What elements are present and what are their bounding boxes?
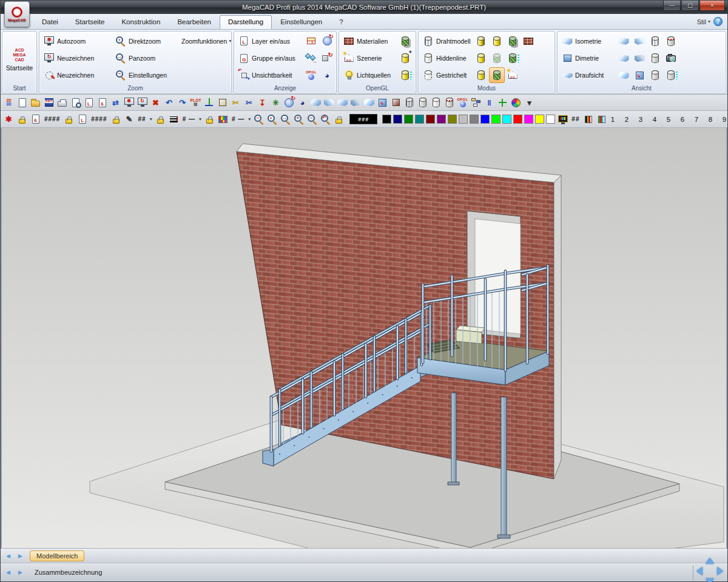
ribbon-button-gestrichelt[interactable]: Gestrichelt: [421, 67, 473, 83]
undo-button[interactable]: ↶: [163, 96, 175, 109]
ribbon-button-cylinder-dashred[interactable]: [663, 33, 679, 49]
layer-number-7[interactable]: 7: [692, 116, 700, 123]
ribbon-button-rotate-globe[interactable]: ↻: [319, 33, 335, 49]
color-swatch-808000[interactable]: [448, 115, 457, 124]
layer-number-5[interactable]: 5: [664, 116, 672, 123]
line-width-dropdown-chevron-icon[interactable]: ▾: [198, 116, 203, 122]
trim-blue-button[interactable]: ✂: [243, 96, 255, 109]
zoomfunktionen-dropdown[interactable]: Zoomfunktionen▾: [181, 38, 232, 45]
color-swatch-800080[interactable]: [437, 115, 446, 124]
refresh-view-button[interactable]: ↻: [136, 96, 149, 109]
help-icon[interactable]: ?: [713, 17, 723, 26]
ribbon-button-shaded-yellow[interactable]: [473, 33, 489, 49]
print-preview-button[interactable]: [69, 96, 82, 109]
ribbon-button-view-plane-arrow[interactable]: ↳: [632, 67, 647, 83]
ribbon-button-scene-light[interactable]: oo☀: [505, 67, 521, 83]
ribbon-button-view-box-d[interactable]: [632, 50, 647, 66]
layer-number-2[interactable]: 2: [622, 116, 630, 123]
ribbon-button-yellow-cylinder[interactable]: [473, 50, 489, 66]
group-page-button[interactable]: 6: [29, 113, 42, 126]
color-swatch-ffff00[interactable]: [535, 115, 544, 124]
color-swatch-00ffff[interactable]: [502, 115, 511, 124]
toggle-2d3d-button[interactable]: 2D3D: [2, 96, 15, 109]
color-palette-button[interactable]: [217, 113, 229, 126]
restore-button[interactable]: ▢: [681, 1, 699, 11]
ribbon-button-cylinder-wiretall[interactable]: [647, 33, 663, 49]
zoom-previous-button[interactable]: ↶: [319, 113, 332, 126]
viewport-3d-scene[interactable]: [1, 128, 727, 548]
ribbon-button-panzoom[interactable]: ↔Panzoom: [113, 50, 181, 66]
ribbon-button-textured-shadow[interactable]: [505, 33, 521, 49]
ribbon-button-opengl-ball[interactable]: OPGL: [303, 67, 319, 83]
ribbon-button-material-add[interactable]: +: [397, 50, 413, 66]
close-button[interactable]: ×: [699, 1, 725, 11]
color-wheel-button[interactable]: [510, 96, 522, 109]
cylinder-dashred-button[interactable]: [443, 96, 456, 109]
ribbon-button-cylinder-light2[interactable]: [647, 67, 663, 83]
cylinder-gray-button[interactable]: [416, 96, 429, 109]
ribbon-button-yellow-cylinder[interactable]: [473, 67, 489, 83]
ribbon-button-direktzoom[interactable]: ▪Direktzoom: [113, 33, 181, 49]
lock-button[interactable]: [332, 113, 345, 126]
color-swatch-00ff00[interactable]: [491, 115, 500, 124]
ribbon-button-view-box-e[interactable]: [616, 67, 632, 83]
ribbon-button-dimetrie[interactable]: Dimetrie: [560, 50, 616, 66]
ribbon-button-viewport-panes[interactable]: [303, 33, 319, 49]
tab-datei[interactable]: Datei: [33, 15, 67, 29]
layer-number-3[interactable]: 3: [636, 116, 644, 123]
lock-button[interactable]: [154, 113, 167, 126]
ribbon-button-szenerie[interactable]: oo☀Szenerie: [342, 50, 397, 66]
layer-number-6[interactable]: 6: [678, 116, 686, 123]
group-page-button[interactable]: 6: [96, 96, 109, 109]
layer-page-button[interactable]: L: [83, 96, 95, 109]
zoom-window-button[interactable]: ▪: [266, 113, 278, 126]
ribbon-button-unsichtbarkeit[interactable]: ↶↷Unsichtbarkeit: [237, 67, 303, 83]
layer-number-9[interactable]: 9: [720, 116, 728, 123]
stil-dropdown[interactable]: Stil ▾: [697, 18, 710, 25]
redraw-all-button[interactable]: ✱: [123, 96, 135, 109]
ribbon-button-view-box-b[interactable]: [632, 33, 647, 49]
startseite-button[interactable]: ACDMEGACADStartseite: [5, 45, 34, 71]
line-width-button[interactable]: [167, 113, 180, 126]
color-swatch-ff00ff[interactable]: [524, 115, 533, 124]
delete-marks-button[interactable]: ✖: [149, 96, 162, 109]
layer-number-8[interactable]: 8: [706, 116, 714, 123]
tab-darstellung[interactable]: Darstellung: [220, 15, 272, 29]
toolbar-overflow-button[interactable]: ▾: [523, 96, 536, 109]
view-cube-5-button[interactable]: [363, 96, 376, 109]
opengl-ball-button[interactable]: OPGL: [456, 96, 469, 109]
ribbon-button-layer-ein-aus[interactable]: LLayer ein/aus: [237, 33, 303, 49]
swap-window-button[interactable]: ⇄: [109, 96, 122, 109]
lock-button[interactable]: [16, 113, 29, 126]
pen-style-button[interactable]: ✎: [123, 113, 136, 126]
structure-tree-button[interactable]: [470, 96, 482, 109]
color-swatch-ff0000[interactable]: [513, 115, 522, 124]
minimize-button[interactable]: —: [663, 1, 681, 11]
print-button[interactable]: [56, 96, 69, 109]
view-sphere-button[interactable]: ◕: [296, 96, 309, 109]
ribbon-button-autozoom[interactable]: ✱Autozoom: [42, 33, 113, 49]
line-style-dropdown-chevron-icon[interactable]: ▾: [247, 116, 252, 122]
color-swatch-800000[interactable]: [426, 115, 435, 124]
color-bars-button[interactable]: [595, 113, 608, 126]
ribbon-button-view-box-c[interactable]: [616, 50, 632, 66]
color-swatch-000080[interactable]: [393, 115, 402, 124]
ribbon-button-view-sphere[interactable]: ◕: [319, 67, 335, 83]
ribbon-button-transform-diamonds[interactable]: ↔: [303, 50, 319, 66]
trim-yellow-button[interactable]: ✂: [229, 96, 242, 109]
coordinate-cross-button[interactable]: [496, 96, 509, 109]
active-color-box[interactable]: ###: [349, 114, 377, 124]
ribbon-button-draufsicht[interactable]: Draufsicht: [560, 67, 616, 83]
ribbon-button-lichtquellen[interactable]: Lichtquellen: [342, 67, 397, 83]
group-value[interactable]: ####: [42, 116, 62, 122]
zoom-pan-button[interactable]: ↔: [279, 113, 292, 126]
drop-arrow-button[interactable]: ↧: [256, 96, 269, 109]
ribbon-button-flat-yellow[interactable]: [489, 33, 505, 49]
ribbon-button-cylinder-list[interactable]: [663, 67, 679, 83]
color-swatch-000000[interactable]: [382, 115, 391, 124]
ribbon-button-materialien[interactable]: Materialien: [342, 33, 397, 49]
ribbon-button-isometrie[interactable]: Isometrie: [560, 33, 616, 49]
section-block-button[interactable]: [389, 96, 402, 109]
pan-navigation-icon[interactable]: [696, 558, 723, 582]
ribbon-button-camera[interactable]: [663, 50, 679, 66]
